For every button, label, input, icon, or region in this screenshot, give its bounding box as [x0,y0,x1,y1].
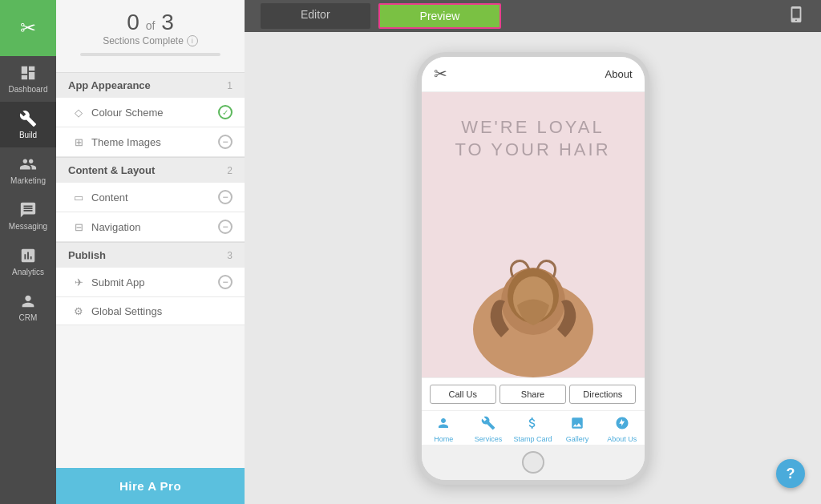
sidebar-item-label-marketing: Marketing [10,176,46,185]
section-group-header-publish[interactable]: Publish 3 [56,242,245,268]
section-item-global-settings[interactable]: ⚙ Global Settings [56,297,245,325]
phone-hero: WE'RE LOYAL TO YOUR HAIR [422,92,645,377]
section-item-submit-app[interactable]: ✈ Submit App − [56,268,245,297]
sidebar-item-label-analytics: Analytics [12,268,44,276]
tab-preview[interactable]: Preview [378,3,502,29]
sections-complete-label: Sections Complete i [68,35,233,46]
section-item-theme-images[interactable]: ⊞ Theme Images − [56,127,245,157]
minus-icon-theme-images: − [218,135,233,149]
section-group-num-app-appearance: 1 [227,80,233,91]
sidebar-item-label-build: Build [19,131,37,139]
help-button[interactable]: ? [776,459,805,488]
crm-icon [19,292,37,310]
sidebar-item-label-messaging: Messaging [9,222,47,231]
section-item-left-navigation: ⊟ Navigation [72,220,140,233]
panel-header: 0 of 3 Sections Complete i [56,0,245,72]
toolbar: Editor Preview [245,0,821,32]
phone-home-circle [522,451,544,474]
phone-share-btn[interactable]: Share [499,385,566,404]
toolbar-tabs: Editor Preview [261,3,501,29]
scissors-icon: ✂ [20,17,36,39]
phone-nav-home[interactable]: Home [422,416,467,443]
phone-hero-image [422,220,645,377]
info-icon: i [187,35,198,46]
minus-icon-submit-app: − [218,275,233,289]
section-item-colour-scheme[interactable]: ◇ Colour Scheme ✓ [56,98,245,127]
marketing-icon [19,155,37,173]
section-group-content-layout: Content & Layout 2 ▭ Content − ⊟ Navigat… [56,157,245,242]
hair-bun-svg [453,233,613,377]
section-item-left-submit-app: ✈ Submit App [72,276,145,288]
section-group-num-content-layout: 2 [227,165,233,176]
preview-area: ✂ About WE'RE LOYAL TO YOUR HAIR [245,32,821,504]
progress-bar-track [80,53,220,56]
device-toggle-icon[interactable] [787,6,805,27]
sidebar-item-build[interactable]: Build [0,102,56,147]
messaging-icon [19,201,37,219]
phone-top-bar: ✂ About [422,57,645,92]
analytics-icon [19,247,37,264]
phone-mockup: ✂ About WE'RE LOYAL TO YOUR HAIR [417,52,649,485]
settings-icon: ⚙ [72,304,85,317]
hire-pro-button[interactable]: Hire A Pro [56,468,245,504]
sidebar: ✂ Dashboard Build Marketing Messaging An… [0,0,56,504]
section-item-left-colour-scheme: ◇ Colour Scheme [72,106,164,119]
sidebar-item-marketing[interactable]: Marketing [0,147,56,193]
section-group-title-content-layout: Content & Layout [68,164,155,176]
content-icon: ▭ [72,191,85,204]
sidebar-item-messaging[interactable]: Messaging [0,193,56,239]
build-icon [19,110,37,127]
section-item-content[interactable]: ▭ Content − [56,183,245,212]
section-group-header-app-appearance[interactable]: App Appearance 1 [56,72,245,98]
sidebar-item-crm[interactable]: CRM [0,284,56,330]
sidebar-item-dashboard[interactable]: Dashboard [0,56,56,102]
sidebar-item-label-dashboard: Dashboard [9,85,48,94]
phone-action-buttons: Call Us Share Directions [422,377,645,410]
section-item-left-theme-images: ⊞ Theme Images [72,135,161,148]
about-us-nav-icon [615,416,629,433]
sections-count: 0 of 3 [68,10,233,35]
sidebar-logo: ✂ [0,0,56,56]
section-item-left-global-settings: ⚙ Global Settings [72,304,162,317]
section-group-header-content-layout[interactable]: Content & Layout 2 [56,157,245,183]
phone-nav-gallery[interactable]: Gallery [555,416,600,443]
nav-icon: ⊟ [72,220,85,233]
tab-editor[interactable]: Editor [261,3,370,29]
section-item-left-content: ▭ Content [72,191,128,204]
check-icon-colour-scheme: ✓ [218,105,233,119]
section-group-num-publish: 3 [227,250,233,261]
section-group-app-appearance: App Appearance 1 ◇ Colour Scheme ✓ ⊞ The… [56,72,245,157]
section-group-title-app-appearance: App Appearance [68,79,151,91]
home-nav-icon [436,416,451,433]
submit-icon: ✈ [72,276,85,288]
services-nav-icon [481,416,495,433]
sidebar-item-label-crm: CRM [19,313,38,322]
main-content: Editor Preview ✂ About WE'RE LOYAL TO YO… [245,0,821,504]
diamond-icon: ◇ [72,106,85,119]
section-group-title-publish: Publish [68,249,106,261]
gallery-nav-icon [570,416,584,433]
phone-nav: Home Services Stamp Card [422,410,645,445]
phone-directions-btn[interactable]: Directions [569,385,636,404]
phone-nav-services[interactable]: Services [466,416,511,443]
sidebar-item-analytics[interactable]: Analytics [0,239,56,284]
phone-nav-about-us[interactable]: About Us [600,416,645,443]
phone-call-us-btn[interactable]: Call Us [430,385,496,404]
section-group-publish: Publish 3 ✈ Submit App − ⚙ Global Settin… [56,242,245,325]
phone-home-button[interactable] [422,445,645,480]
phone-hero-text: WE'RE LOYAL TO YOUR HAIR [439,92,626,162]
section-item-navigation[interactable]: ⊟ Navigation − [56,212,245,242]
grid-icon: ⊞ [72,135,85,148]
minus-icon-content: − [218,190,233,204]
dashboard-icon [19,64,37,82]
phone-scissors-icon: ✂ [434,64,447,83]
stamp-card-nav-icon [525,416,540,433]
phone-about-label: About [605,68,633,80]
minus-icon-navigation: − [218,220,233,234]
phone-nav-stamp-card[interactable]: Stamp Card [511,416,556,443]
panel: 0 of 3 Sections Complete i App Appearanc… [56,0,245,504]
